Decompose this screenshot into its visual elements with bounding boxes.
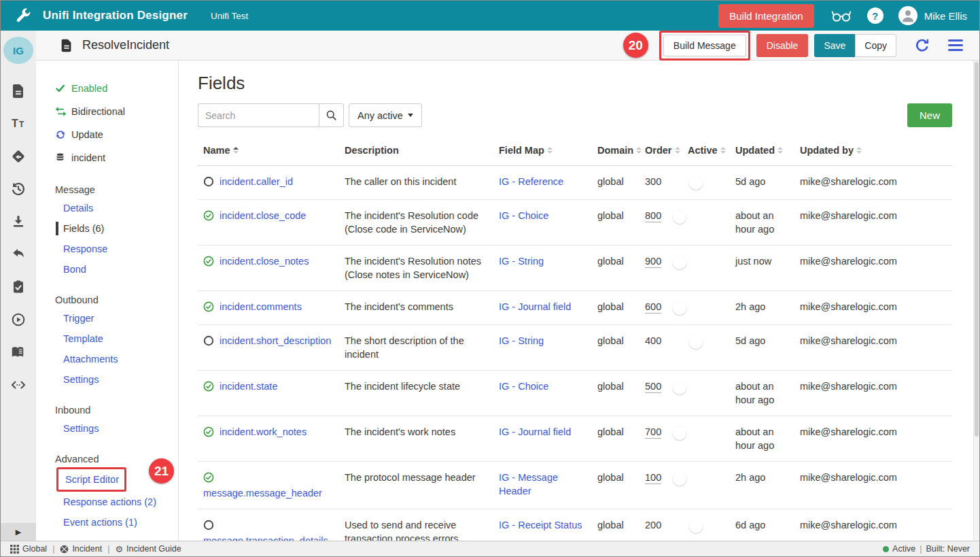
help-icon[interactable]: ? — [867, 7, 883, 24]
copy-button[interactable]: Copy — [855, 34, 896, 57]
integration-avatar[interactable]: IG — [3, 37, 33, 64]
column-header-updated[interactable]: Updated — [730, 145, 794, 156]
field-description: The incident lifecycle state — [339, 379, 493, 393]
field-order-value[interactable]: 800 — [645, 210, 661, 222]
history-icon[interactable] — [10, 181, 27, 197]
nav-item-outbound-settings[interactable]: Settings — [36, 369, 178, 390]
field-name-link[interactable]: incident.work_notes — [220, 426, 307, 437]
field-map-link[interactable]: IG - String — [499, 256, 544, 267]
nav-item-template[interactable]: Template — [36, 328, 178, 349]
field-name-cell: incident.comments — [198, 300, 339, 316]
field-order-value[interactable]: 900 — [645, 256, 661, 268]
statusbar-global[interactable]: Global — [10, 544, 47, 554]
column-header-updated-by[interactable]: Updated by — [794, 145, 952, 156]
save-button[interactable]: Save — [814, 34, 855, 57]
nav-item-response-actions[interactable]: Response actions (2) — [36, 492, 178, 512]
grid-icon — [10, 545, 19, 554]
field-domain: global — [592, 334, 640, 348]
field-active-icon — [203, 381, 214, 395]
download-icon[interactable] — [10, 214, 27, 230]
field-order-cell: 300 — [640, 175, 682, 188]
field-name-link[interactable]: incident.close_code — [220, 210, 306, 221]
field-name-link[interactable]: message.message_header — [203, 488, 322, 499]
integration-status: Active — [892, 544, 915, 554]
build-message-button[interactable]: Build Message — [663, 35, 746, 56]
svg-text:T: T — [19, 120, 24, 129]
user-menu[interactable]: Mike Ellis — [898, 6, 970, 25]
preview-glasses-icon[interactable] — [830, 9, 852, 22]
integration-icon[interactable] — [10, 148, 27, 165]
field-map-link[interactable]: IG - Journal field — [499, 426, 571, 437]
tasks-icon[interactable] — [10, 279, 27, 295]
column-header-order[interactable]: Order — [640, 145, 682, 156]
field-name-link[interactable]: incident.short_description — [220, 335, 331, 346]
field-active-icon — [203, 301, 214, 316]
field-order-cell: 200 — [640, 518, 682, 532]
field-updated: 5d ago — [730, 175, 794, 188]
nav-item-trigger[interactable]: Trigger — [36, 308, 178, 328]
undo-icon[interactable] — [10, 246, 27, 263]
nav-item-attachments[interactable]: Attachments — [36, 349, 178, 369]
field-order-value[interactable]: 600 — [645, 301, 661, 314]
new-field-button[interactable]: New — [907, 103, 952, 127]
field-map-cell: IG - String — [493, 254, 592, 268]
search-icon — [326, 109, 337, 121]
field-map-link[interactable]: IG - Receipt Status — [499, 520, 582, 530]
field-name-link[interactable]: incident.state — [220, 381, 277, 392]
field-order-value[interactable]: 700 — [645, 426, 661, 439]
column-header-domain[interactable]: Domain — [592, 145, 640, 156]
nav-item-bond[interactable]: Bond — [36, 259, 178, 280]
statusbar-incident[interactable]: Incident — [60, 544, 102, 554]
status-bar: Global | Incident | ⚙ Incident Guide Act… — [1, 541, 979, 556]
code-icon[interactable] — [10, 377, 27, 393]
vertical-scrollbar[interactable] — [973, 61, 979, 541]
field-name-link[interactable]: incident.comments — [220, 301, 302, 312]
sidebar-collapse-button[interactable]: ▶ — [1, 523, 36, 541]
column-header-field-map[interactable]: Field Map — [493, 145, 592, 156]
column-header-name[interactable]: Name — [198, 145, 339, 156]
field-name-link[interactable]: message.transaction_details — [203, 535, 328, 541]
search-input[interactable] — [198, 103, 319, 127]
field-map-cell: IG - Message Header — [493, 471, 592, 498]
statusbar-incident-guide[interactable]: ⚙ Incident Guide — [115, 544, 181, 554]
menu-icon[interactable] — [948, 39, 963, 51]
disable-button[interactable]: Disable — [756, 34, 809, 57]
field-updated: about an hour ago — [730, 209, 794, 236]
field-map-link[interactable]: IG - Choice — [499, 210, 548, 221]
active-filter-dropdown[interactable]: Any active — [349, 103, 422, 127]
column-header-description[interactable]: Description — [339, 145, 493, 156]
field-map-link[interactable]: IG - Reference — [499, 176, 563, 187]
field-active-icon — [203, 256, 214, 270]
annotation-badge-21: 21 — [149, 458, 174, 484]
field-name-link[interactable]: incident.close_notes — [220, 256, 309, 267]
nav-item-script-editor[interactable]: Script Editor — [60, 471, 119, 488]
nav-item-inbound-settings[interactable]: Settings — [36, 418, 178, 439]
nav-item-response[interactable]: Response — [36, 239, 178, 259]
field-domain: global — [592, 209, 640, 222]
field-map-link[interactable]: IG - Choice — [499, 381, 548, 392]
message-nav-panel: Enabled Bidirectional Update incident — [36, 61, 179, 541]
nav-item-event-actions[interactable]: Event actions (1) — [36, 512, 178, 533]
field-map-link[interactable]: IG - Message Header — [499, 472, 558, 496]
field-map-cell: IG - Reference — [493, 175, 592, 188]
field-order-value[interactable]: 500 — [645, 381, 661, 393]
field-name-link[interactable]: incident.caller_id — [220, 176, 293, 187]
play-icon[interactable] — [10, 311, 27, 328]
fields-panel: Fields Any active New — [179, 61, 979, 541]
field-domain: global — [592, 471, 640, 484]
search-button[interactable] — [319, 103, 344, 127]
column-header-active[interactable]: Active — [682, 145, 730, 156]
build-integration-button[interactable]: Build Integration — [718, 4, 813, 28]
field-name-cell: incident.close_code — [198, 209, 339, 224]
field-order-value[interactable]: 100 — [645, 472, 661, 484]
field-map-link[interactable]: IG - Journal field — [499, 301, 571, 312]
refresh-icon[interactable] — [914, 37, 930, 54]
document-icon[interactable] — [10, 83, 27, 99]
text-icon[interactable]: TT — [10, 116, 27, 132]
table-row: message.transaction_detailsUsed to send … — [198, 509, 952, 541]
nav-item-details[interactable]: Details — [36, 198, 178, 218]
nav-item-fields[interactable]: Fields (6) — [36, 218, 178, 239]
field-map-link[interactable]: IG - String — [499, 335, 544, 346]
book-icon[interactable] — [10, 344, 27, 360]
user-name: Mike Ellis — [924, 10, 967, 22]
